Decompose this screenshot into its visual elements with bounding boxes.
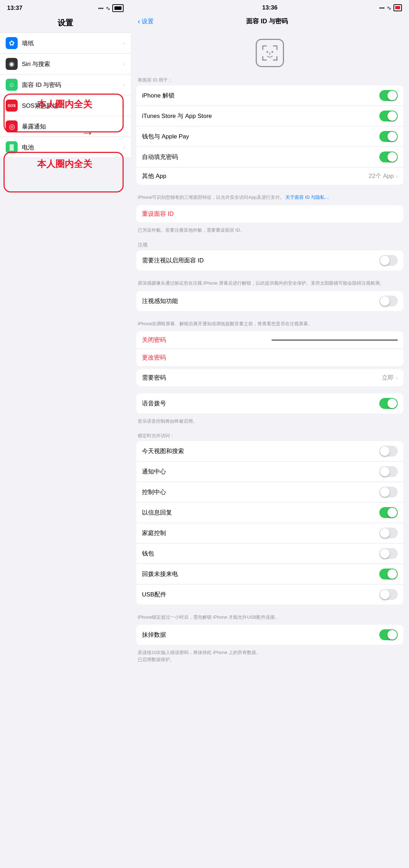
wifi-icon-right: ∿ — [387, 5, 391, 11]
voice-dial-toggle[interactable] — [379, 398, 398, 409]
control-center-label: 控制中心 — [142, 488, 379, 496]
privacy-link[interactable]: 关于面容 ID 与隐私… — [285, 195, 329, 200]
attention-item2-row[interactable]: 注视感知功能 — [136, 291, 403, 311]
svg-point-9 — [272, 51, 273, 53]
close-passcode-row[interactable]: 关闭密码 — [136, 331, 403, 349]
control-center-row[interactable]: 控制中心 — [136, 482, 403, 503]
battery-icon-item: ▓ — [6, 141, 18, 153]
status-bar-right: 13:36 ▪▪▪ ∿ — [131, 0, 409, 14]
battery-icon — [112, 4, 124, 12]
face-id-icon — [256, 39, 284, 67]
sos-label: SOS紧急联络 — [22, 102, 123, 110]
control-center-toggle[interactable] — [379, 487, 398, 498]
reset-desc: 已另设外貌。若要注册其他外貌，需要重设面容 ID。 — [131, 225, 409, 239]
iphone-unlock-label: iPhone 解锁 — [142, 91, 379, 100]
home-control-toggle[interactable] — [379, 528, 398, 539]
change-passcode-row[interactable]: 更改密码 — [136, 349, 403, 366]
wallet-applepay-toggle[interactable] — [379, 131, 398, 142]
attention-item1-toggle[interactable] — [379, 255, 398, 266]
chevron-icon: › — [123, 61, 125, 67]
voice-dial-label: 语音拨号 — [142, 399, 379, 408]
wallet-applepay-row[interactable]: 钱包与 Apple Pay — [136, 126, 403, 147]
settings-list: ✿ 墙纸 › ◉ Siri 与搜索 › ☺ 面容 ID 与密码 › SOS SO… — [0, 32, 131, 158]
autofill-toggle[interactable] — [379, 151, 398, 162]
settings-title: 设置 — [0, 15, 131, 32]
nav-bar: ‹ 设置 面容 ID 与密码 — [131, 14, 409, 28]
reply-message-toggle[interactable] — [379, 507, 398, 518]
erase-card: 抹掉数据 — [136, 625, 403, 645]
faceid-label: 面容 ID 与密码 — [22, 81, 123, 89]
list-item-exposure[interactable]: ◎ 暴露通知 › — [0, 116, 131, 137]
erase-row[interactable]: 抹掉数据 — [136, 625, 403, 645]
today-search-row[interactable]: 今天视图和搜索 — [136, 441, 403, 462]
wallet-label: 钱包 — [142, 549, 379, 558]
autofill-row[interactable]: 自动填充密码 — [136, 147, 403, 167]
status-bar-left: 13:37 ▪▪▪ ∿ — [0, 0, 131, 15]
reply-message-row[interactable]: 以信息回复 — [136, 503, 403, 523]
section-use-for-label: 将面容 ID 用于： — [131, 74, 409, 85]
require-value: 立即 — [382, 374, 394, 382]
usb-row[interactable]: USB配件 — [136, 584, 403, 605]
list-item-battery[interactable]: ▓ 电池 › — [0, 137, 131, 158]
require-passcode-row[interactable]: 需要密码 立即 › — [136, 369, 403, 386]
wallet-toggle[interactable] — [379, 548, 398, 559]
wifi-icon: ∿ — [106, 5, 110, 12]
callback-toggle[interactable] — [379, 569, 398, 579]
lock-access-card: 今天视图和搜索 通知中心 控制中心 以信息回复 家庭控制 钱包 回拨未接来电 — [136, 441, 403, 605]
sos-icon: SOS — [6, 100, 18, 112]
annotation-circle-2 — [4, 152, 124, 192]
wallet-applepay-label: 钱包与 Apple Pay — [142, 132, 379, 141]
autofill-label: 自动填充密码 — [142, 153, 379, 161]
attention-item2-card: 注视感知功能 — [136, 291, 403, 311]
erase-label: 抹掉数据 — [142, 631, 379, 639]
chevron-icon: › — [123, 82, 125, 88]
require-label: 需要密码 — [142, 374, 382, 382]
list-item-siri[interactable]: ◉ Siri 与搜索 › — [0, 54, 131, 75]
list-item-faceid[interactable]: ☺ 面容 ID 与密码 › — [0, 75, 131, 95]
callback-label: 回拨未接来电 — [142, 570, 379, 578]
reset-faceid-row[interactable]: 重设面容 ID — [136, 205, 403, 222]
face-id-icon-container — [131, 28, 409, 74]
today-search-toggle[interactable] — [379, 446, 398, 457]
attention-item2-toggle[interactable] — [379, 296, 398, 307]
back-chevron-icon: ‹ — [138, 17, 140, 25]
reply-message-label: 以信息回复 — [142, 509, 379, 517]
itunes-appstore-row[interactable]: iTunes Store 与 App Store — [136, 106, 403, 126]
erase-toggle[interactable] — [379, 629, 398, 640]
iphone-unlock-toggle[interactable] — [379, 90, 398, 101]
notification-center-label: 通知中心 — [142, 468, 379, 476]
wallpaper-label: 墙纸 — [22, 39, 123, 47]
attention-card: 需要注视以启用面容 ID — [136, 250, 403, 270]
change-passcode-label: 更改密码 — [142, 353, 398, 362]
voice-dial-card: 语音拨号 — [136, 393, 403, 414]
attention-section-label: 注视 — [131, 238, 409, 250]
chevron-icon: › — [123, 124, 125, 129]
list-item-sos[interactable]: SOS SOS紧急联络 › — [0, 95, 131, 116]
callback-row[interactable]: 回拨未接来电 — [136, 564, 403, 584]
itunes-appstore-toggle[interactable] — [379, 111, 398, 121]
wallpaper-icon: ✿ — [6, 37, 18, 49]
chevron-icon: › — [123, 40, 125, 46]
reset-faceid-label: 重设面容 ID — [142, 210, 174, 217]
other-apps-row[interactable]: 其他 App 22个 App › — [136, 167, 403, 185]
home-control-row[interactable]: 家庭控制 — [136, 523, 403, 543]
other-apps-value: 22个 App — [369, 172, 394, 180]
list-item-wallpaper[interactable]: ✿ 墙纸 › — [0, 32, 131, 54]
erase-desc: 若连续10次输入错误密码，将抹掉此 iPhone 上的所有数据。 已启用数据保护… — [131, 648, 409, 667]
notification-center-toggle[interactable] — [379, 466, 398, 477]
passcode-divider-line — [272, 340, 398, 340]
wallet-row[interactable]: 钱包 — [136, 543, 403, 564]
back-button[interactable]: ‹ 设置 — [138, 17, 154, 25]
voice-dial-row[interactable]: 语音拨号 — [136, 393, 403, 414]
attention-item1-row[interactable]: 需要注视以启用面容 ID — [136, 250, 403, 270]
signal-icon-right: ▪▪▪ — [379, 5, 385, 11]
right-panel: 13:36 ▪▪▪ ∿ ‹ 设置 面容 ID 与密码 — [131, 0, 409, 868]
usb-toggle[interactable] — [379, 589, 398, 600]
notification-center-row[interactable]: 通知中心 — [136, 462, 403, 482]
description-text-1: iPhone可识别您独有的三维面部特征，以允许安全访问App及进行支付。 关于面… — [131, 192, 409, 205]
iphone-unlock-row[interactable]: iPhone 解锁 — [136, 85, 403, 106]
lock-access-label: 锁定时允许访问： — [131, 429, 409, 441]
page-title: 面容 ID 与密码 — [154, 17, 381, 25]
battery-label: 电池 — [22, 143, 123, 151]
exposure-label: 暴露通知 — [22, 123, 123, 131]
